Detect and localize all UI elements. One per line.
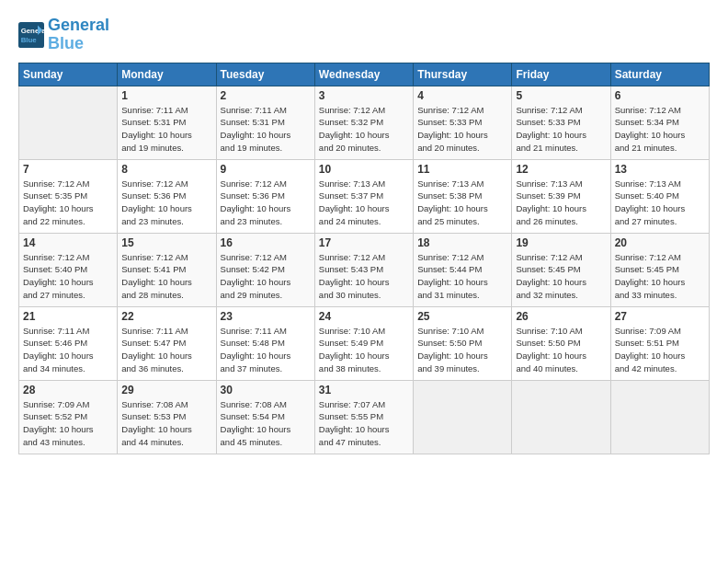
calendar-cell: 7Sunrise: 7:12 AMSunset: 5:35 PMDaylight… (19, 159, 118, 233)
calendar-cell: 4Sunrise: 7:12 AMSunset: 5:33 PMDaylight… (414, 86, 512, 159)
day-number: 27 (615, 310, 705, 323)
day-number: 2 (221, 89, 311, 102)
weekday-header: Saturday (610, 63, 709, 86)
day-number: 8 (121, 163, 211, 176)
day-number: 25 (417, 310, 507, 323)
day-number: 5 (516, 89, 606, 102)
calendar-cell: 31Sunrise: 7:07 AMSunset: 5:55 PMDayligh… (314, 380, 413, 454)
day-info: Sunrise: 7:11 AMSunset: 5:46 PMDaylight:… (23, 325, 113, 375)
weekday-header: Sunday (19, 63, 118, 86)
weekday-header: Friday (512, 63, 610, 86)
day-number: 10 (319, 163, 409, 176)
day-info: Sunrise: 7:12 AMSunset: 5:45 PMDaylight:… (516, 251, 606, 302)
calendar-cell: 25Sunrise: 7:10 AMSunset: 5:50 PMDayligh… (414, 306, 512, 380)
day-info: Sunrise: 7:12 AMSunset: 5:32 PMDaylight:… (319, 104, 409, 155)
calendar-cell (19, 86, 118, 159)
day-number: 15 (121, 236, 211, 249)
day-info: Sunrise: 7:12 AMSunset: 5:40 PMDaylight:… (23, 251, 113, 302)
day-number: 31 (319, 384, 409, 396)
day-number: 28 (23, 384, 113, 396)
day-info: Sunrise: 7:07 AMSunset: 5:55 PMDaylight:… (319, 398, 409, 449)
calendar-cell: 10Sunrise: 7:13 AMSunset: 5:37 PMDayligh… (314, 159, 413, 233)
day-number: 4 (417, 89, 507, 102)
day-number: 12 (516, 163, 606, 176)
day-info: Sunrise: 7:12 AMSunset: 5:36 PMDaylight:… (121, 178, 211, 228)
calendar-cell (610, 380, 709, 454)
day-info: Sunrise: 7:12 AMSunset: 5:41 PMDaylight:… (121, 251, 211, 302)
svg-text:Blue: Blue (21, 36, 38, 44)
calendar-cell: 30Sunrise: 7:08 AMSunset: 5:54 PMDayligh… (216, 380, 314, 454)
weekday-header: Thursday (414, 63, 512, 86)
header: General Blue GeneralBlue (18, 17, 710, 53)
calendar-week-row: 14Sunrise: 7:12 AMSunset: 5:40 PMDayligh… (19, 233, 710, 306)
calendar-cell: 1Sunrise: 7:11 AMSunset: 5:31 PMDaylight… (118, 86, 216, 159)
calendar-cell: 14Sunrise: 7:12 AMSunset: 5:40 PMDayligh… (19, 233, 118, 306)
day-number: 13 (615, 163, 705, 176)
calendar-cell: 26Sunrise: 7:10 AMSunset: 5:50 PMDayligh… (512, 306, 610, 380)
day-info: Sunrise: 7:08 AMSunset: 5:53 PMDaylight:… (121, 398, 211, 449)
calendar-cell: 11Sunrise: 7:13 AMSunset: 5:38 PMDayligh… (414, 159, 512, 233)
calendar-cell: 16Sunrise: 7:12 AMSunset: 5:42 PMDayligh… (216, 233, 314, 306)
calendar-cell (512, 380, 610, 454)
calendar-cell: 9Sunrise: 7:12 AMSunset: 5:36 PMDaylight… (216, 159, 314, 233)
calendar-cell: 27Sunrise: 7:09 AMSunset: 5:51 PMDayligh… (610, 306, 709, 380)
day-info: Sunrise: 7:13 AMSunset: 5:38 PMDaylight:… (417, 178, 507, 228)
calendar-cell: 13Sunrise: 7:13 AMSunset: 5:40 PMDayligh… (610, 159, 709, 233)
day-number: 23 (221, 310, 311, 323)
calendar-week-row: 1Sunrise: 7:11 AMSunset: 5:31 PMDaylight… (19, 86, 710, 159)
page-container: General Blue GeneralBlue SundayMondayTue… (0, 0, 728, 464)
weekday-header: Monday (118, 63, 216, 86)
day-number: 26 (516, 310, 606, 323)
day-info: Sunrise: 7:13 AMSunset: 5:40 PMDaylight:… (615, 178, 705, 228)
calendar-cell: 17Sunrise: 7:12 AMSunset: 5:43 PMDayligh… (314, 233, 413, 306)
day-info: Sunrise: 7:11 AMSunset: 5:31 PMDaylight:… (221, 104, 311, 155)
weekday-header: Wednesday (314, 63, 413, 86)
calendar-cell: 5Sunrise: 7:12 AMSunset: 5:33 PMDaylight… (512, 86, 610, 159)
day-number: 7 (23, 163, 113, 176)
day-number: 30 (221, 384, 311, 396)
calendar-cell (414, 380, 512, 454)
day-info: Sunrise: 7:09 AMSunset: 5:51 PMDaylight:… (615, 325, 705, 375)
day-number: 6 (615, 89, 705, 102)
calendar-header-row: SundayMondayTuesdayWednesdayThursdayFrid… (19, 63, 710, 86)
calendar-cell: 29Sunrise: 7:08 AMSunset: 5:53 PMDayligh… (118, 380, 216, 454)
day-info: Sunrise: 7:12 AMSunset: 5:34 PMDaylight:… (615, 104, 705, 155)
calendar-week-row: 28Sunrise: 7:09 AMSunset: 5:52 PMDayligh… (19, 380, 710, 454)
calendar-cell: 23Sunrise: 7:11 AMSunset: 5:48 PMDayligh… (216, 306, 314, 380)
day-number: 21 (23, 310, 113, 323)
day-number: 14 (23, 236, 113, 249)
calendar-cell: 28Sunrise: 7:09 AMSunset: 5:52 PMDayligh… (19, 380, 118, 454)
day-info: Sunrise: 7:12 AMSunset: 5:33 PMDaylight:… (516, 104, 606, 155)
day-info: Sunrise: 7:11 AMSunset: 5:48 PMDaylight:… (221, 325, 311, 375)
logo-text: GeneralBlue (48, 17, 109, 53)
calendar-cell: 24Sunrise: 7:10 AMSunset: 5:49 PMDayligh… (314, 306, 413, 380)
day-number: 22 (121, 310, 211, 323)
day-number: 9 (221, 163, 311, 176)
day-info: Sunrise: 7:12 AMSunset: 5:35 PMDaylight:… (23, 178, 113, 228)
calendar-cell: 18Sunrise: 7:12 AMSunset: 5:44 PMDayligh… (414, 233, 512, 306)
day-number: 24 (319, 310, 409, 323)
day-info: Sunrise: 7:12 AMSunset: 5:33 PMDaylight:… (417, 104, 507, 155)
day-info: Sunrise: 7:10 AMSunset: 5:50 PMDaylight:… (417, 325, 507, 375)
calendar-cell: 20Sunrise: 7:12 AMSunset: 5:45 PMDayligh… (610, 233, 709, 306)
day-number: 20 (615, 236, 705, 249)
day-number: 18 (417, 236, 507, 249)
calendar-cell: 15Sunrise: 7:12 AMSunset: 5:41 PMDayligh… (118, 233, 216, 306)
calendar-cell: 3Sunrise: 7:12 AMSunset: 5:32 PMDaylight… (314, 86, 413, 159)
day-info: Sunrise: 7:10 AMSunset: 5:50 PMDaylight:… (516, 325, 606, 375)
day-number: 19 (516, 236, 606, 249)
weekday-header: Tuesday (216, 63, 314, 86)
day-info: Sunrise: 7:12 AMSunset: 5:45 PMDaylight:… (615, 251, 705, 302)
day-info: Sunrise: 7:12 AMSunset: 5:36 PMDaylight:… (221, 178, 311, 228)
calendar-cell: 6Sunrise: 7:12 AMSunset: 5:34 PMDaylight… (610, 86, 709, 159)
calendar-cell: 12Sunrise: 7:13 AMSunset: 5:39 PMDayligh… (512, 159, 610, 233)
day-number: 16 (221, 236, 311, 249)
calendar-cell: 22Sunrise: 7:11 AMSunset: 5:47 PMDayligh… (118, 306, 216, 380)
day-number: 29 (121, 384, 211, 396)
day-number: 17 (319, 236, 409, 249)
day-info: Sunrise: 7:12 AMSunset: 5:43 PMDaylight:… (319, 251, 409, 302)
calendar-cell: 21Sunrise: 7:11 AMSunset: 5:46 PMDayligh… (19, 306, 118, 380)
day-number: 1 (121, 89, 211, 102)
calendar-week-row: 21Sunrise: 7:11 AMSunset: 5:46 PMDayligh… (19, 306, 710, 380)
calendar-table: SundayMondayTuesdayWednesdayThursdayFrid… (18, 63, 710, 454)
